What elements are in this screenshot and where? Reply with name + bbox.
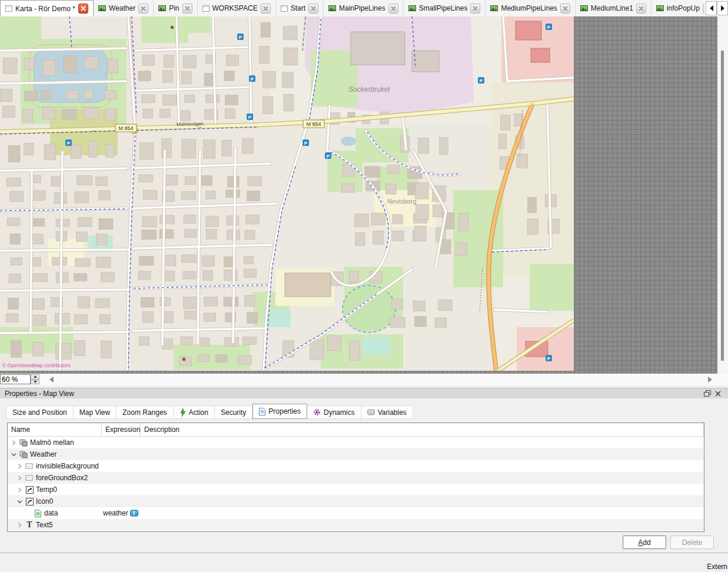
tab-zoom-ranges[interactable]: Zoom Ranges (117, 405, 173, 419)
close-icon[interactable] (308, 4, 318, 14)
tab-map-view[interactable]: Map View (74, 405, 117, 419)
tab-label: MediumPipeLines (501, 4, 557, 12)
tab-weather[interactable]: Weather (94, 0, 154, 16)
table-row[interactable]: T Text5 (8, 519, 704, 531)
chevron-down-icon[interactable] (11, 451, 17, 458)
float-panel-button[interactable] (702, 389, 713, 398)
properties-panel-header: Properties - Map View (0, 388, 728, 398)
tab-label: MainPipeLines (339, 4, 385, 12)
close-icon[interactable] (470, 4, 480, 14)
tab-mediumpipelines[interactable]: MediumPipeLines (486, 0, 575, 16)
scroll-right-arrow[interactable] (708, 377, 712, 383)
svg-text:→: → (197, 124, 202, 129)
status-strip: Extern (0, 553, 728, 572)
zoom-level-input[interactable] (0, 374, 31, 384)
tab-mainpipelines[interactable]: MainPipeLines (324, 0, 404, 16)
tab-start[interactable]: Start (276, 0, 324, 16)
window-icon (281, 5, 288, 12)
svg-text:P: P (547, 356, 551, 361)
table-header: Name Expression Description (8, 423, 704, 437)
right-arrow-icon (721, 5, 724, 11)
column-header-expression[interactable]: Expression (102, 423, 141, 436)
down-arrow-icon (34, 381, 37, 383)
map-image: P P P P P P P P P M 854 M 854 Malmövägen… (0, 16, 574, 371)
table-row[interactable]: Temp0 (8, 484, 704, 495)
tab-pin[interactable]: Pin (154, 0, 197, 16)
chevron-right-icon[interactable] (16, 522, 23, 528)
chevron-right-icon[interactable] (16, 475, 23, 481)
add-button[interactable]: Add (623, 536, 666, 549)
properties-tab-strip: Size and Position Map View Zoom Ranges A… (6, 405, 413, 419)
variable-badge-icon (130, 510, 138, 517)
vertical-scrollbar[interactable] (717, 16, 728, 374)
tab-scroll-left-button[interactable] (706, 1, 717, 15)
zoom-level-spinner (0, 374, 39, 384)
image-icon (328, 5, 336, 11)
float-icon (704, 390, 711, 397)
map-attribution: © OpenStreetMap contributors (2, 363, 70, 368)
horizontal-scroll-row (0, 374, 728, 385)
svg-text:M 854: M 854 (306, 121, 321, 127)
tab-action[interactable]: Action (174, 405, 215, 419)
chevron-right-icon[interactable] (16, 487, 23, 493)
zoom-increase-button[interactable] (31, 374, 39, 380)
rectangle-icon (25, 474, 34, 482)
svg-text:P: P (327, 154, 330, 159)
tab-size-and-position[interactable]: Size and Position (6, 405, 74, 419)
tab-label: Pin (169, 4, 179, 12)
map-view-widget[interactable]: P P P P P P P P P M 854 M 854 Malmövägen… (0, 16, 574, 371)
window-icon (5, 5, 12, 12)
table-row[interactable]: data weather (8, 507, 704, 519)
close-icon[interactable] (261, 4, 271, 14)
close-icon[interactable] (182, 4, 192, 14)
reference-icon (25, 497, 34, 506)
table-row[interactable]: foreGroundBox2 (8, 472, 704, 484)
chevron-right-icon[interactable] (16, 463, 23, 470)
scroll-left-arrow[interactable] (49, 377, 54, 383)
close-icon[interactable] (388, 4, 398, 14)
group-icon (19, 450, 28, 458)
expression-value[interactable]: weather (103, 509, 128, 517)
left-arrow-icon (710, 5, 713, 11)
tab-scroll-buttons (704, 0, 728, 16)
table-row[interactable]: Malmö mellan (8, 437, 704, 448)
text-icon: T (25, 521, 34, 529)
tab-karta-ror-demo[interactable]: Karta - Rör Demo * (0, 0, 94, 16)
tab-mediumline1[interactable]: MediumLine1 (576, 0, 651, 16)
tab-variables[interactable]: Variables (361, 405, 413, 419)
table-row[interactable]: invisibleBackground (8, 460, 704, 472)
chevron-down-icon[interactable] (16, 498, 23, 505)
close-icon[interactable] (636, 4, 646, 14)
document-tab-bar: Karta - Rör Demo * Weather Pin WORKSPACE… (0, 0, 728, 16)
table-row[interactable]: Weather (8, 448, 704, 460)
close-icon[interactable] (78, 4, 88, 14)
column-header-description[interactable]: Description (141, 423, 704, 436)
window-icon (202, 5, 210, 12)
vertical-scrollbar-thumb[interactable] (721, 51, 724, 361)
tab-dynamics[interactable]: Dynamics (307, 405, 361, 419)
tab-label: infoPopUp (667, 4, 700, 12)
image-icon (656, 5, 664, 11)
tab-smallpipelines[interactable]: SmallPipeLines (404, 0, 486, 16)
small-pond (341, 137, 356, 146)
tab-security[interactable]: Security (215, 405, 252, 419)
zoom-decrease-button[interactable] (31, 380, 39, 385)
tab-label: SmallPipeLines (419, 4, 468, 12)
document-icon (33, 509, 42, 517)
close-icon[interactable] (560, 4, 570, 14)
chevron-right-icon[interactable] (11, 440, 17, 446)
tab-properties[interactable]: Properties (252, 404, 307, 419)
close-panel-button[interactable] (713, 389, 723, 398)
tab-workspace[interactable]: WORKSPACE (198, 0, 276, 16)
group-icon (19, 438, 28, 447)
delete-button[interactable]: Delete (670, 536, 714, 549)
svg-text:P: P (547, 25, 551, 30)
column-header-name[interactable]: Name (8, 423, 102, 436)
tab-label: MediumLine1 (591, 4, 633, 12)
image-icon (490, 5, 498, 11)
svg-text:P: P (248, 115, 252, 120)
tab-scroll-right-button[interactable] (717, 1, 728, 15)
variable-icon (367, 409, 375, 415)
table-row[interactable]: Icon0 (8, 495, 704, 507)
close-icon[interactable] (138, 4, 148, 14)
